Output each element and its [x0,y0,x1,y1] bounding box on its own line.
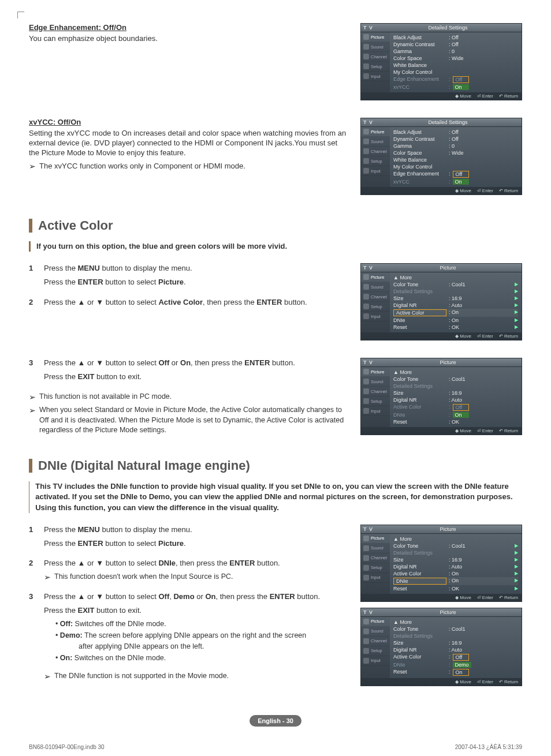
print-footer: BN68-01094P-00Eng.indb 30 2007-04-13 ¿ÀÈ… [29,744,522,750]
title-marker-icon [29,219,32,233]
active-color-title: Active Color [38,218,113,233]
title-marker-icon [29,459,32,473]
edge-heading: Edge Enhancement: Off/On [29,23,349,32]
tv-logo: T V [363,25,377,31]
xvycc-note: ➢The xvYCC function works only in Compon… [29,162,349,171]
tv-picture-active-color-off: T VPicture Picture Sound Channel Setup I… [360,358,522,435]
step-body: Press the MENU button to display the men… [44,263,349,291]
active-color-steps-row-2: 3 Press the ▲ or ▼ button to select Off … [29,358,522,441]
edge-desc: You can emphasize object boundaries. [29,34,349,44]
note-arrow-icon: ➢ [29,162,36,171]
dnie-steps-row: 1 Press the MENU button to display the m… [29,525,522,692]
active-color-note-1: ➢This function is not available in PC mo… [29,392,349,403]
dnie-intro: This TV includes the DNIe function to pr… [29,481,522,513]
active-color-intro: If you turn on this option, the blue and… [29,241,522,252]
dnie-title-bar: DNIe (Digital Natural Image engine) [29,458,522,473]
dnie-option-list: • Off: Switches off the DNIe mode. • Dem… [55,619,349,663]
tv-picture-dnie-demo: T VPicture Picture Sound Channel Setup I… [360,608,522,686]
dnie-title: DNIe (Digital Natural Image engine) [38,458,250,473]
active-color-note-2: ➢When you select Standard or Movie in Pi… [29,405,349,436]
active-color-steps-row-1: 1 Press the MENU button to display the m… [29,263,522,346]
edge-enhancement-row: Edge Enhancement: Off/On You can emphasi… [29,23,522,106]
tv-picture-active-color-select: T VPicture Picture Sound Channel Setup I… [360,263,522,340]
crop-mark [17,12,24,18]
tv-detailed-settings-xvycc: T VDetailed Settings Picture Sound Chann… [360,118,522,195]
xvycc-heading: xvYCC: Off/On [29,118,349,126]
footer-right: 2007-04-13 ¿ÀÈÄ 5:31:39 [455,744,522,750]
tv-picture-dnie-select: T VPicture Picture Sound Channel Setup I… [360,525,522,602]
step-number: 1 [29,263,36,291]
footer-left: BN68-01094P-00Eng.indb 30 [29,744,105,750]
tv-detailed-settings-edge: T VDetailed Settings Picture Sound Chann… [360,23,522,100]
active-color-title-bar: Active Color [29,218,522,233]
xvycc-desc: Setting the xvYCC mode to On increases d… [29,129,349,158]
dnie-final-note: ➢The DNIe function is not supported in t… [44,671,349,683]
page-number-pill: English - 30 [250,715,301,727]
xvycc-row: xvYCC: Off/On Setting the xvYCC mode to … [29,118,522,201]
intro-marker-icon [29,241,31,252]
